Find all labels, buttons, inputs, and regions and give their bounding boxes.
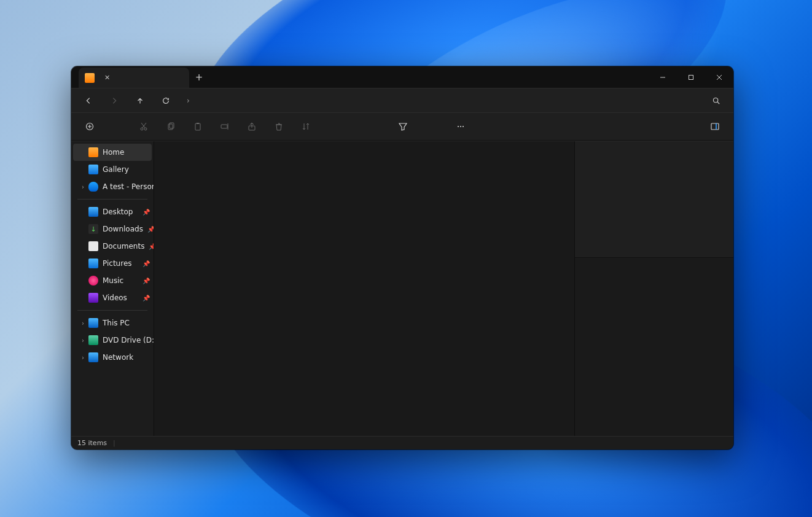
back-button[interactable] [77,91,100,111]
close-tab-icon[interactable]: ✕ [104,74,110,82]
sidebar-item-desktop[interactable]: Desktop 📌 [71,203,154,220]
sidebar-item-downloads[interactable]: ↓ Downloads 📌 [71,220,154,238]
pin-icon: 📌 [142,260,150,267]
network-icon [88,352,98,362]
tab-active[interactable]: ✕ [79,68,189,88]
chevron-right-icon[interactable]: › [79,337,87,344]
explorer-body: Home Gallery › A test - Personal Desktop… [71,141,733,436]
paste-button[interactable] [185,115,210,138]
svg-rect-13 [168,124,173,130]
svg-rect-17 [221,125,227,128]
documents-icon [88,241,98,251]
sidebar-item-label: Gallery [103,165,129,174]
chevron-right-icon: › [187,96,190,105]
sidebar-item-label: Home [103,148,124,157]
videos-icon [88,293,98,303]
svg-rect-1 [689,75,693,79]
rename-button[interactable] [213,115,237,138]
delete-button[interactable] [267,115,291,138]
details-pane-button[interactable] [703,115,727,138]
status-item-count: 15 items [77,439,107,447]
sidebar-item-videos[interactable]: Videos 📌 [71,289,154,306]
svg-rect-15 [195,123,200,130]
pin-icon: 📌 [142,278,150,284]
downloads-icon: ↓ [88,224,98,234]
new-button[interactable] [77,115,102,138]
svg-point-9 [141,128,143,130]
sidebar-item-this-pc[interactable]: › This PC [71,314,154,332]
titlebar: ✕ + [71,66,733,88]
sidebar-item-home[interactable]: Home [73,144,152,161]
sidebar-item-label: A test - Personal [103,182,154,191]
pin-icon: 📌 [147,226,154,233]
chevron-right-icon[interactable]: › [79,320,87,327]
search-button[interactable] [705,96,727,105]
chevron-right-icon[interactable]: › [79,354,87,361]
svg-point-21 [460,126,461,127]
home-icon [88,147,98,157]
gallery-icon [88,165,98,174]
sidebar-item-network[interactable]: › Network [71,349,154,366]
sidebar-item-label: Desktop [103,208,133,216]
sidebar-separator [77,310,147,311]
svg-point-4 [713,98,717,102]
details-preview [575,141,733,258]
sidebar-separator [77,199,147,200]
pin-icon: 📌 [149,243,154,250]
navigation-pane: Home Gallery › A test - Personal Desktop… [71,141,154,436]
sidebar-item-label: Network [103,353,133,362]
svg-point-22 [463,126,464,127]
this-pc-icon [88,318,98,328]
minimize-button[interactable] [649,66,677,88]
pictures-icon [88,258,98,268]
chevron-right-icon[interactable]: › [79,184,87,190]
command-toolbar [71,112,733,141]
sidebar-item-pictures[interactable]: Pictures 📌 [71,255,154,272]
music-icon [88,276,98,286]
sidebar-item-label: Videos [103,293,127,302]
sidebar-item-gallery[interactable]: Gallery [71,161,154,178]
address-bar: › [71,88,733,112]
svg-point-20 [458,126,459,127]
sort-button[interactable] [294,115,318,138]
sidebar-item-dvd-drive[interactable]: › DVD Drive (D:) CCC [71,332,154,349]
cloud-icon [88,182,98,192]
status-separator: | [113,439,115,447]
more-button[interactable] [448,115,473,138]
sidebar-item-label: Music [103,276,123,285]
status-bar: 15 items | [71,436,733,449]
content-pane[interactable] [154,141,575,436]
new-tab-button[interactable]: + [189,72,209,83]
svg-rect-23 [711,123,719,130]
filter-button[interactable] [391,115,415,138]
svg-rect-16 [197,123,199,124]
dvd-drive-icon [88,335,98,345]
sidebar-item-label: DVD Drive (D:) CCC [103,336,154,344]
up-button[interactable] [129,91,151,111]
refresh-button[interactable] [155,91,177,111]
sidebar-item-label: Downloads [103,225,143,233]
sidebar-item-music[interactable]: Music 📌 [71,272,154,289]
desktop-icon [88,207,98,217]
home-icon [85,73,95,83]
sidebar-item-documents[interactable]: Documents 📌 [71,238,154,255]
details-info [575,258,733,436]
maximize-button[interactable] [677,66,705,88]
sidebar-item-onedrive[interactable]: › A test - Personal [71,178,154,195]
svg-rect-14 [170,123,174,128]
sidebar-item-label: Pictures [103,259,132,268]
sidebar-item-label: This PC [103,319,130,327]
forward-button[interactable] [103,91,125,111]
sidebar-item-label: Documents [103,242,144,251]
cut-button[interactable] [131,115,156,138]
svg-line-5 [717,101,719,103]
breadcrumb[interactable]: › [181,91,701,110]
close-button[interactable] [705,66,733,88]
file-explorer-window: ✕ + › [71,66,733,449]
share-button[interactable] [240,115,264,138]
pin-icon: 📌 [142,295,150,301]
copy-button[interactable] [158,115,183,138]
details-pane [575,141,733,436]
svg-point-10 [144,128,147,130]
tab-strip: ✕ + [71,66,649,88]
